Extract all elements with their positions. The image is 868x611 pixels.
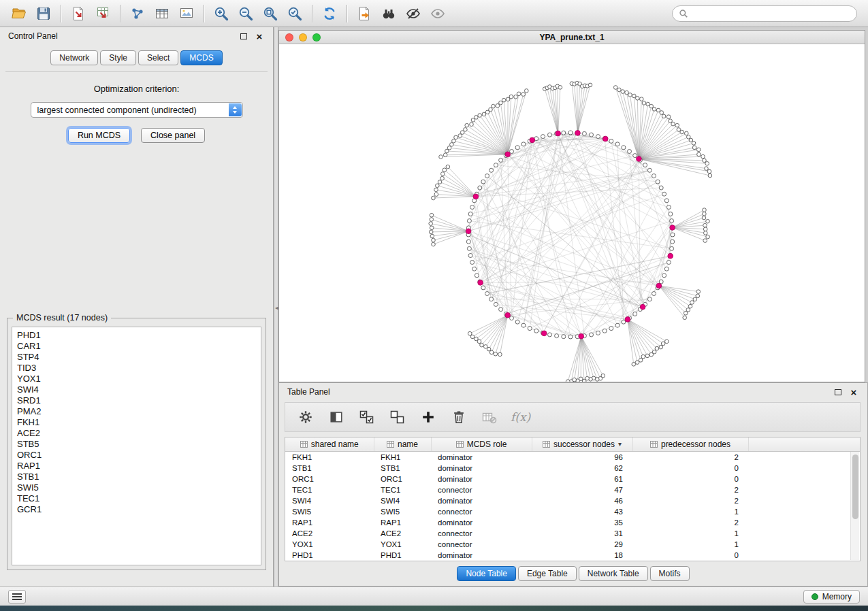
leaf-node[interactable] bbox=[499, 101, 503, 105]
apply-layout-button[interactable] bbox=[317, 3, 342, 24]
leaf-node[interactable] bbox=[659, 345, 663, 349]
ring-node[interactable] bbox=[541, 135, 545, 139]
leaf-node[interactable] bbox=[640, 97, 644, 101]
leaf-node[interactable] bbox=[690, 301, 694, 305]
leaf-node[interactable] bbox=[701, 154, 705, 159]
leaf-node[interactable] bbox=[452, 139, 456, 143]
leaf-node[interactable] bbox=[496, 104, 500, 108]
ring-node[interactable] bbox=[666, 261, 671, 265]
new-table-button[interactable] bbox=[150, 3, 174, 24]
ring-node[interactable] bbox=[647, 297, 652, 301]
leaf-node[interactable] bbox=[613, 86, 617, 90]
ring-node[interactable] bbox=[596, 135, 600, 139]
hub-node[interactable] bbox=[505, 152, 511, 157]
leaf-node[interactable] bbox=[696, 290, 701, 294]
leaf-node[interactable] bbox=[704, 231, 708, 235]
leaf-node[interactable] bbox=[484, 345, 488, 349]
ring-node[interactable] bbox=[528, 327, 532, 331]
select-all-columns-button[interactable] bbox=[357, 408, 376, 427]
create-column-button[interactable] bbox=[419, 408, 438, 427]
mcds-result-item[interactable]: CAR1 bbox=[17, 341, 261, 352]
ring-node[interactable] bbox=[609, 327, 613, 331]
leaf-node[interactable] bbox=[480, 343, 484, 347]
mcds-result-item[interactable]: GCR1 bbox=[17, 504, 261, 515]
leaf-node[interactable] bbox=[475, 337, 479, 341]
open-session-button[interactable] bbox=[7, 3, 31, 24]
mcds-result-item[interactable]: STB5 bbox=[17, 439, 261, 450]
hub-node[interactable] bbox=[473, 194, 479, 199]
leaf-node[interactable] bbox=[478, 114, 482, 118]
ring-node[interactable] bbox=[602, 329, 607, 333]
leaf-node[interactable] bbox=[432, 196, 436, 200]
ring-node[interactable] bbox=[615, 323, 620, 327]
leaf-node[interactable] bbox=[430, 218, 434, 222]
leaf-node[interactable] bbox=[566, 380, 570, 382]
leaf-node[interactable] bbox=[432, 242, 436, 246]
leaf-node[interactable] bbox=[705, 162, 709, 166]
import-network-file-button[interactable] bbox=[66, 3, 91, 24]
mcds-result-item[interactable]: TEC1 bbox=[17, 493, 261, 504]
leaf-node[interactable] bbox=[430, 226, 434, 230]
table-settings-button[interactable] bbox=[296, 408, 315, 427]
tab-edge-table[interactable]: Edge Table bbox=[518, 566, 577, 581]
leaf-node[interactable] bbox=[439, 155, 443, 159]
ring-node[interactable] bbox=[510, 150, 514, 154]
ring-node[interactable] bbox=[534, 329, 539, 333]
ring-node[interactable] bbox=[468, 254, 472, 258]
leaf-node[interactable] bbox=[655, 346, 659, 350]
leaf-node[interactable] bbox=[684, 312, 688, 316]
leaf-node[interactable] bbox=[703, 239, 707, 243]
ring-node[interactable] bbox=[652, 174, 656, 178]
memory-button[interactable]: Memory bbox=[803, 590, 860, 604]
leaf-node[interactable] bbox=[703, 223, 707, 227]
ring-node[interactable] bbox=[562, 335, 566, 339]
ring-node[interactable] bbox=[582, 131, 586, 135]
leaf-node[interactable] bbox=[696, 294, 700, 298]
tab-select[interactable]: Select bbox=[138, 50, 178, 65]
leaf-node[interactable] bbox=[458, 134, 462, 138]
ring-node[interactable] bbox=[596, 331, 600, 335]
hub-node[interactable] bbox=[505, 312, 511, 318]
deselect-all-columns-button[interactable] bbox=[388, 408, 407, 427]
search-input[interactable] bbox=[692, 8, 850, 19]
zoom-in-button[interactable] bbox=[209, 3, 234, 24]
leaf-node[interactable] bbox=[434, 193, 438, 197]
ring-node[interactable] bbox=[615, 142, 620, 146]
ring-node[interactable] bbox=[472, 267, 477, 271]
hub-node[interactable] bbox=[556, 131, 561, 136]
ring-node[interactable] bbox=[467, 246, 471, 250]
column-header-successor-nodes[interactable]: successor nodes ▾ bbox=[532, 437, 632, 451]
zoom-out-button[interactable] bbox=[234, 3, 258, 24]
ring-node[interactable] bbox=[548, 333, 552, 337]
float-table-panel-button[interactable] bbox=[833, 386, 843, 397]
ring-node[interactable] bbox=[652, 292, 656, 296]
ring-node[interactable] bbox=[494, 302, 498, 306]
leaf-node[interactable] bbox=[702, 216, 706, 220]
ring-node[interactable] bbox=[633, 154, 637, 158]
leaf-node[interactable] bbox=[443, 168, 447, 172]
leaf-node[interactable] bbox=[706, 235, 710, 239]
leaf-node[interactable] bbox=[450, 143, 454, 147]
leaf-node[interactable] bbox=[705, 167, 709, 171]
close-panel-action-button[interactable]: Close panel bbox=[141, 128, 205, 143]
hub-node[interactable] bbox=[625, 317, 630, 323]
ring-node[interactable] bbox=[664, 267, 669, 271]
ring-node[interactable] bbox=[659, 186, 663, 190]
ring-node[interactable] bbox=[568, 131, 573, 135]
ring-node[interactable] bbox=[494, 163, 498, 167]
leaf-node[interactable] bbox=[649, 352, 654, 357]
search-network-button[interactable] bbox=[376, 3, 401, 24]
ring-node[interactable] bbox=[664, 199, 669, 203]
leaf-node[interactable] bbox=[665, 340, 669, 344]
leaf-node[interactable] bbox=[649, 104, 654, 108]
leaf-node[interactable] bbox=[641, 354, 645, 359]
tab-motifs[interactable]: Motifs bbox=[650, 566, 690, 581]
leaf-node[interactable] bbox=[489, 350, 494, 354]
mcds-result-item[interactable]: FKH1 bbox=[17, 417, 261, 428]
leaf-node[interactable] bbox=[502, 98, 506, 102]
table-row[interactable]: YOX1YOX1connector291 bbox=[285, 539, 860, 550]
ring-node[interactable] bbox=[499, 308, 503, 312]
ring-node[interactable] bbox=[671, 233, 675, 237]
show-hide-panel-button[interactable] bbox=[425, 3, 450, 24]
ring-node[interactable] bbox=[656, 180, 660, 184]
